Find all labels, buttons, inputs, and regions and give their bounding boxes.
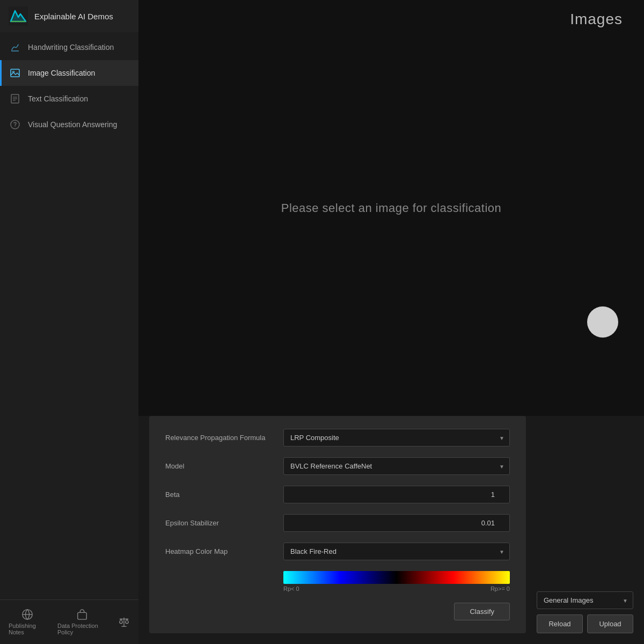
epsilon-input[interactable] <box>283 514 510 532</box>
app-logo-icon <box>9 6 28 26</box>
sidebar-footer: Publishing Notes Data Protection Policy <box>0 599 138 644</box>
relevance-select-wrapper: LRP CompositeLRP EpsilonLRP Alpha-BetaGr… <box>283 429 510 447</box>
svg-rect-5 <box>11 69 19 77</box>
text-icon <box>10 93 20 104</box>
publishing-notes-label: Publishing Notes <box>9 623 47 635</box>
heatmap-gradient <box>283 571 510 584</box>
right-action-panel: General ImagesCustom Images Reload Uploa… <box>537 591 633 633</box>
circle-indicator <box>587 306 618 338</box>
bottom-area: Relevance Propagation Formula LRP Compos… <box>138 416 644 644</box>
publishing-notes-button[interactable]: Publishing Notes <box>9 609 47 635</box>
image-set-select-wrapper: General ImagesCustom Images <box>537 591 633 609</box>
epsilon-control-row: Epsilon Stabilizer <box>165 514 510 532</box>
beta-input-wrapper <box>283 486 510 503</box>
image-set-select[interactable]: General ImagesCustom Images <box>537 591 633 609</box>
svg-rect-15 <box>78 612 87 619</box>
image-icon <box>10 68 20 78</box>
heatmap-labels: Rp< 0 Rp>= 0 <box>283 586 510 592</box>
reload-button[interactable]: Reload <box>537 614 583 633</box>
data-protection-label: Data Protection Policy <box>57 623 107 635</box>
model-label: Model <box>165 462 273 470</box>
page: Explainable AI Demos Handwriting Classif… <box>0 0 644 644</box>
model-select[interactable]: BVLC Reference CaffeNetVGG-16AlexNet <box>283 457 510 475</box>
sidebar-item-label-handwriting: Handwriting Classification <box>28 43 114 52</box>
heatmap-control-row: Heatmap Color Map Black Fire-RedBlue-Whi… <box>165 543 510 560</box>
classify-button[interactable]: Classify <box>454 603 510 620</box>
nav-items: Handwriting Classification Image Classif… <box>0 32 138 599</box>
placeholder-message: Please select an image for classificatio… <box>281 201 502 215</box>
sidebar-item-text[interactable]: Text Classification <box>0 86 138 112</box>
beta-label: Beta <box>165 491 273 499</box>
sidebar-item-handwriting[interactable]: Handwriting Classification <box>0 34 138 60</box>
handwriting-icon <box>10 42 20 53</box>
model-control-row: Model BVLC Reference CaffeNetVGG-16AlexN… <box>165 457 510 475</box>
relevance-select[interactable]: LRP CompositeLRP EpsilonLRP Alpha-BetaGr… <box>283 429 510 447</box>
data-protection-button[interactable]: Data Protection Policy <box>57 609 107 635</box>
sidebar-item-label-text: Text Classification <box>28 94 88 103</box>
sidebar-item-image[interactable]: Image Classification <box>0 60 138 86</box>
heatmap-label: Heatmap Color Map <box>165 547 273 555</box>
model-select-wrapper: BVLC Reference CaffeNetVGG-16AlexNet <box>283 457 510 475</box>
main-content: Images Please select an image for classi… <box>138 0 644 644</box>
settings-panel: Relevance Propagation Formula LRP Compos… <box>149 416 526 633</box>
epsilon-input-wrapper <box>283 514 510 532</box>
relevance-label: Relevance Propagation Formula <box>165 434 273 442</box>
beta-input[interactable] <box>283 486 510 503</box>
upload-button[interactable]: Upload <box>587 614 633 633</box>
classify-btn-area: Classify <box>165 597 510 620</box>
epsilon-label: Epsilon Stabilizer <box>165 519 273 527</box>
relevance-control-row: Relevance Propagation Formula LRP Compos… <box>165 429 510 447</box>
app-title: Explainable AI Demos <box>34 12 113 21</box>
images-title: Images <box>570 11 623 28</box>
image-display-area: Please select an image for classificatio… <box>138 0 644 416</box>
sidebar-header: Explainable AI Demos <box>0 0 138 32</box>
balance-icon[interactable] <box>118 616 130 628</box>
heatmap-neg-label: Rp< 0 <box>283 586 299 592</box>
sidebar-item-vqa[interactable]: Visual Question Answering <box>0 112 138 137</box>
action-buttons: Reload Upload <box>537 614 633 633</box>
question-icon <box>10 119 20 130</box>
sidebar-item-label-vqa: Visual Question Answering <box>28 120 117 129</box>
beta-control-row: Beta <box>165 486 510 503</box>
heatmap-pos-label: Rp>= 0 <box>491 586 510 592</box>
heatmap-select-wrapper: Black Fire-RedBlue-White-RedGrayscale <box>283 543 510 560</box>
svg-point-12 <box>14 126 16 127</box>
sidebar-item-label-image: Image Classification <box>28 69 95 77</box>
heatmap-gradient-area: Rp< 0 Rp>= 0 <box>283 571 510 592</box>
heatmap-select[interactable]: Black Fire-RedBlue-White-RedGrayscale <box>283 543 510 560</box>
sidebar: Explainable AI Demos Handwriting Classif… <box>0 0 138 644</box>
